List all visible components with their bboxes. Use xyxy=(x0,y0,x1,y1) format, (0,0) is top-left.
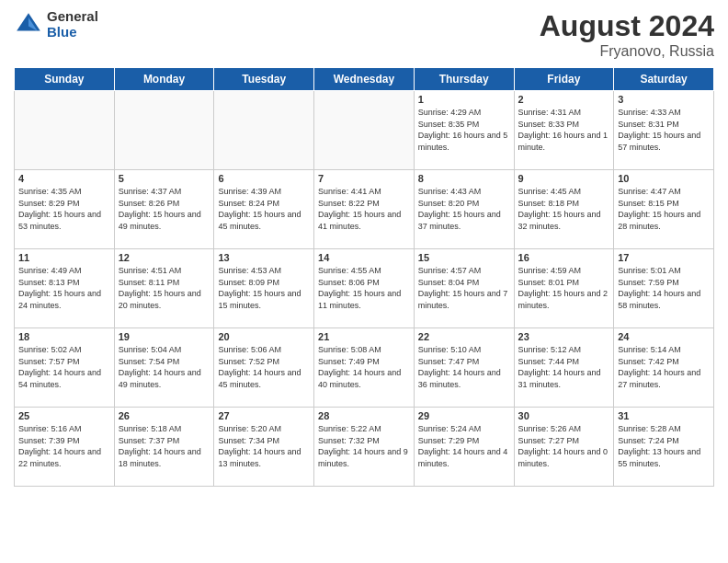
sunrise-label: Sunrise: 4:31 AM xyxy=(518,108,582,117)
calendar-cell: 27Sunrise: 5:20 AMSunset: 7:34 PMDayligh… xyxy=(214,408,314,487)
sunrise-label: Sunrise: 4:51 AM xyxy=(119,266,182,275)
calendar-cell xyxy=(214,91,314,170)
day-number: 30 xyxy=(518,410,610,421)
calendar-cell: 9Sunrise: 4:45 AMSunset: 8:18 PMDaylight… xyxy=(514,170,614,249)
calendar-cell: 2Sunrise: 4:31 AMSunset: 8:33 PMDaylight… xyxy=(514,91,614,170)
day-number: 21 xyxy=(318,331,410,342)
sunset-label: Sunset: 8:22 PM xyxy=(318,199,380,208)
daylight-label: Daylight: 15 hours and 32 minutes. xyxy=(518,210,601,231)
calendar-cell: 13Sunrise: 4:53 AMSunset: 8:09 PMDayligh… xyxy=(214,249,314,328)
sunset-label: Sunset: 7:32 PM xyxy=(318,436,380,445)
sunset-label: Sunset: 7:34 PM xyxy=(218,436,279,445)
day-info: Sunrise: 5:16 AMSunset: 7:39 PMDaylight:… xyxy=(18,423,110,469)
sunrise-label: Sunrise: 5:02 AM xyxy=(18,345,82,354)
logo-icon xyxy=(14,10,43,40)
calendar-cell: 29Sunrise: 5:24 AMSunset: 7:29 PMDayligh… xyxy=(414,408,514,487)
page: General Blue August 2024 Fryanovo, Russi… xyxy=(0,0,728,563)
sunrise-label: Sunrise: 5:04 AM xyxy=(119,345,182,354)
sunrise-label: Sunrise: 4:37 AM xyxy=(119,187,182,196)
sunrise-label: Sunrise: 4:29 AM xyxy=(418,108,482,117)
sunset-label: Sunset: 8:26 PM xyxy=(119,199,180,208)
sunset-label: Sunset: 8:31 PM xyxy=(618,120,679,129)
day-number: 6 xyxy=(218,173,310,184)
daylight-label: Daylight: 14 hours and 18 minutes. xyxy=(119,447,201,468)
calendar-cell: 28Sunrise: 5:22 AMSunset: 7:32 PMDayligh… xyxy=(314,408,415,487)
sunset-label: Sunset: 8:01 PM xyxy=(518,278,580,287)
daylight-label: Daylight: 15 hours and 41 minutes. xyxy=(318,210,401,231)
sunrise-label: Sunrise: 5:28 AM xyxy=(618,424,681,433)
daylight-label: Daylight: 14 hours and 0 minutes. xyxy=(518,447,609,468)
day-info: Sunrise: 4:29 AMSunset: 8:35 PMDaylight:… xyxy=(418,107,510,153)
sunset-label: Sunset: 7:47 PM xyxy=(418,357,480,366)
sunset-label: Sunset: 8:06 PM xyxy=(318,278,380,287)
day-number: 28 xyxy=(318,410,410,421)
sunrise-label: Sunrise: 5:14 AM xyxy=(618,345,681,354)
daylight-label: Daylight: 14 hours and 22 minutes. xyxy=(18,447,101,468)
day-number: 26 xyxy=(119,410,210,421)
location: Fryanovo, Russia xyxy=(540,43,714,60)
logo-blue-text: Blue xyxy=(47,25,98,40)
weekday-wednesday: Wednesday xyxy=(314,68,415,91)
day-number: 3 xyxy=(618,94,710,105)
sunrise-label: Sunrise: 5:10 AM xyxy=(418,345,482,354)
day-info: Sunrise: 5:18 AMSunset: 7:37 PMDaylight:… xyxy=(119,423,210,469)
day-info: Sunrise: 4:35 AMSunset: 8:29 PMDaylight:… xyxy=(18,186,110,232)
daylight-label: Daylight: 14 hours and 4 minutes. xyxy=(418,447,508,468)
calendar-cell: 15Sunrise: 4:57 AMSunset: 8:04 PMDayligh… xyxy=(414,249,514,328)
day-info: Sunrise: 4:31 AMSunset: 8:33 PMDaylight:… xyxy=(518,107,610,153)
day-info: Sunrise: 5:20 AMSunset: 7:34 PMDaylight:… xyxy=(218,423,310,469)
calendar-cell: 19Sunrise: 5:04 AMSunset: 7:54 PMDayligh… xyxy=(114,328,214,408)
day-number: 9 xyxy=(518,173,610,184)
logo-text: General Blue xyxy=(47,9,98,40)
sunrise-label: Sunrise: 4:33 AM xyxy=(618,108,681,117)
sunrise-label: Sunrise: 4:35 AM xyxy=(18,187,82,196)
day-number: 20 xyxy=(218,331,310,342)
logo-general-text: General xyxy=(47,9,98,25)
sunset-label: Sunset: 7:44 PM xyxy=(518,357,580,366)
daylight-label: Daylight: 15 hours and 11 minutes. xyxy=(318,289,401,310)
daylight-label: Daylight: 15 hours and 37 minutes. xyxy=(418,210,501,231)
sunrise-label: Sunrise: 5:08 AM xyxy=(318,345,381,354)
day-info: Sunrise: 4:41 AMSunset: 8:22 PMDaylight:… xyxy=(318,186,410,232)
calendar-cell: 8Sunrise: 4:43 AMSunset: 8:20 PMDaylight… xyxy=(414,170,514,249)
calendar-cell: 23Sunrise: 5:12 AMSunset: 7:44 PMDayligh… xyxy=(514,328,614,408)
day-info: Sunrise: 5:26 AMSunset: 7:27 PMDaylight:… xyxy=(518,423,610,469)
weekday-thursday: Thursday xyxy=(414,68,514,91)
calendar-cell: 18Sunrise: 5:02 AMSunset: 7:57 PMDayligh… xyxy=(15,328,115,408)
day-number: 10 xyxy=(618,173,710,184)
sunrise-label: Sunrise: 4:45 AM xyxy=(518,187,582,196)
daylight-label: Daylight: 15 hours and 57 minutes. xyxy=(618,131,700,152)
calendar-cell: 31Sunrise: 5:28 AMSunset: 7:24 PMDayligh… xyxy=(614,408,714,487)
daylight-label: Daylight: 14 hours and 9 minutes. xyxy=(318,447,408,468)
day-number: 15 xyxy=(418,252,510,263)
calendar-cell xyxy=(15,91,115,170)
day-info: Sunrise: 4:55 AMSunset: 8:06 PMDaylight:… xyxy=(318,265,410,311)
day-info: Sunrise: 5:02 AMSunset: 7:57 PMDaylight:… xyxy=(18,344,110,390)
day-info: Sunrise: 5:06 AMSunset: 7:52 PMDaylight:… xyxy=(218,344,310,390)
day-info: Sunrise: 4:51 AMSunset: 8:11 PMDaylight:… xyxy=(119,265,210,311)
sunrise-label: Sunrise: 5:06 AM xyxy=(218,345,281,354)
day-number: 4 xyxy=(18,173,110,184)
day-number: 5 xyxy=(119,173,210,184)
calendar-cell: 22Sunrise: 5:10 AMSunset: 7:47 PMDayligh… xyxy=(414,328,514,408)
calendar-cell: 12Sunrise: 4:51 AMSunset: 8:11 PMDayligh… xyxy=(114,249,214,328)
sunset-label: Sunset: 7:49 PM xyxy=(318,357,380,366)
month-year: August 2024 xyxy=(540,9,714,43)
calendar-cell: 4Sunrise: 4:35 AMSunset: 8:29 PMDaylight… xyxy=(15,170,115,249)
weekday-saturday: Saturday xyxy=(614,68,714,91)
calendar-cell: 11Sunrise: 4:49 AMSunset: 8:13 PMDayligh… xyxy=(15,249,115,328)
sunset-label: Sunset: 8:13 PM xyxy=(18,278,80,287)
daylight-label: Daylight: 15 hours and 20 minutes. xyxy=(119,289,201,310)
sunset-label: Sunset: 8:15 PM xyxy=(618,199,679,208)
day-info: Sunrise: 4:49 AMSunset: 8:13 PMDaylight:… xyxy=(18,265,110,311)
calendar-cell: 6Sunrise: 4:39 AMSunset: 8:24 PMDaylight… xyxy=(214,170,314,249)
daylight-label: Daylight: 14 hours and 54 minutes. xyxy=(18,368,101,389)
day-number: 7 xyxy=(318,173,410,184)
sunset-label: Sunset: 7:42 PM xyxy=(618,357,679,366)
day-number: 12 xyxy=(119,252,210,263)
day-info: Sunrise: 4:37 AMSunset: 8:26 PMDaylight:… xyxy=(119,186,210,232)
calendar-cell: 1Sunrise: 4:29 AMSunset: 8:35 PMDaylight… xyxy=(414,91,514,170)
sunrise-label: Sunrise: 4:55 AM xyxy=(318,266,381,275)
day-info: Sunrise: 5:22 AMSunset: 7:32 PMDaylight:… xyxy=(318,423,410,469)
daylight-label: Daylight: 15 hours and 15 minutes. xyxy=(218,289,301,310)
